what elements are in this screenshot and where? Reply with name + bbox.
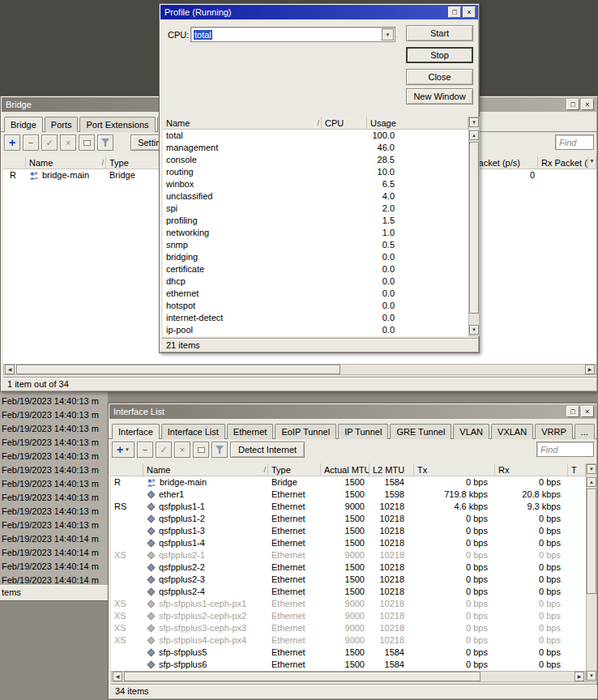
remove-button[interactable]: − (137, 442, 153, 458)
comment-button[interactable] (79, 134, 95, 151)
close-button[interactable]: Close (406, 69, 473, 85)
find-input[interactable] (536, 442, 594, 457)
column-chooser-button[interactable]: ▼ (588, 156, 596, 169)
column-header-tx[interactable]: Tx (414, 463, 495, 476)
profile-row[interactable]: routing 10.0 (163, 166, 468, 178)
interface-row[interactable]: qsfpplus1-4 Ethernet 1500 10218 0 bps 0 … (111, 537, 586, 549)
interface-row[interactable]: XS qsfpplus2-1 Ethernet 9000 10218 0 bps… (111, 549, 586, 561)
add-button[interactable]: + (4, 134, 20, 151)
column-chooser-button[interactable]: ▼ (469, 117, 479, 127)
tab[interactable]: Bridge (4, 117, 43, 132)
profile-row[interactable]: winbox 6.5 (163, 178, 468, 190)
close-button[interactable]: × (581, 406, 594, 417)
interface-row[interactable]: qsfpplus2-4 Ethernet 1500 10218 0 bps 0 … (111, 586, 586, 598)
column-header-name[interactable]: Name/ (163, 117, 322, 129)
scroll-down-button[interactable]: ▼ (587, 671, 596, 681)
profile-row[interactable]: profiling 1.5 (163, 215, 468, 227)
enable-button[interactable]: ✓ (156, 442, 172, 458)
maximize-button[interactable]: □ (448, 6, 461, 18)
tab[interactable]: Ports (45, 117, 79, 132)
cpu-combobox[interactable]: total ▼ (190, 27, 395, 42)
tab[interactable]: ... (575, 424, 595, 439)
scroll-left-button[interactable]: ◀ (113, 672, 122, 681)
close-button[interactable]: × (463, 6, 476, 18)
column-header-t[interactable]: T (568, 463, 586, 476)
column-header-l2-mtu[interactable]: L2 MTU (369, 463, 414, 476)
scrollbar-thumb[interactable] (587, 489, 596, 594)
horizontal-scrollbar[interactable]: ◀ ▶ (3, 364, 596, 375)
tab[interactable]: Port Extensions (79, 117, 155, 132)
tab[interactable]: EoIP Tunnel (275, 424, 336, 439)
tab[interactable]: IP Tunnel (338, 424, 388, 439)
interface-row[interactable]: R bridge-main Bridge 1500 1584 0 bps 0 b… (111, 476, 586, 489)
scrollbar-thumb[interactable] (469, 142, 479, 314)
interface-row[interactable]: qsfpplus1-3 Ethernet 1500 10218 0 bps 0 … (111, 525, 586, 537)
maximize-button[interactable]: □ (566, 406, 579, 417)
tab[interactable]: GRE Tunnel (390, 424, 451, 439)
maximize-button[interactable]: □ (566, 99, 579, 110)
remove-button[interactable]: − (23, 134, 39, 151)
profile-row[interactable]: dhcp 0.0 (163, 275, 468, 288)
interface-row[interactable]: XS sfp-sfpplus2-ceph-px2 Ethernet 9000 1… (111, 610, 586, 622)
disable-button[interactable]: × (60, 134, 76, 151)
scroll-down-button[interactable]: ▼ (469, 325, 479, 335)
enable-button[interactable]: ✓ (41, 134, 58, 151)
column-header-rx-packet[interactable]: Rx Packet (p/s) (538, 156, 588, 169)
horizontal-scrollbar[interactable]: ◀ ▶ (111, 671, 586, 682)
profile-row[interactable]: spi 2.0 (163, 203, 468, 215)
column-header-actual-mtu[interactable]: Actual MTU (321, 463, 369, 476)
start-button[interactable]: Start (406, 25, 473, 41)
interface-row[interactable]: XS sfp-sfpplus4-ceph-px4 Ethernet 9000 1… (111, 634, 586, 647)
column-chooser-button[interactable]: ▼ (587, 464, 596, 474)
tab[interactable]: VLAN (453, 424, 489, 439)
find-input[interactable] (555, 134, 594, 150)
profile-row[interactable]: internet-detect 0.0 (163, 312, 468, 324)
interface-row[interactable]: sfp-sfpplus5 Ethernet 1500 1584 0 bps 0 … (111, 647, 586, 659)
column-header-name[interactable]: Name/ (143, 463, 268, 476)
profile-titlebar[interactable]: Profile (Running) □ × (160, 5, 478, 19)
interface-row[interactable]: qsfpplus2-3 Ethernet 1500 10218 0 bps 0 … (111, 574, 586, 586)
tab[interactable]: VRRP (535, 424, 573, 439)
scrollbar-thumb[interactable] (16, 365, 340, 374)
column-header-usage[interactable]: Usage (367, 117, 468, 129)
scroll-up-button[interactable]: ▲ (587, 477, 596, 487)
interface-row[interactable]: qsfpplus2-2 Ethernet 1500 10218 0 bps 0 … (111, 561, 586, 574)
disable-button[interactable]: × (174, 442, 190, 458)
comment-button[interactable] (193, 442, 209, 458)
combo-dropdown-button[interactable]: ▼ (382, 28, 394, 41)
column-header-rx[interactable]: Rx (495, 463, 568, 476)
column-header-cpu[interactable]: CPU (322, 117, 367, 129)
scroll-up-button[interactable]: ▲ (469, 130, 479, 140)
scroll-right-button[interactable]: ▶ (585, 365, 595, 374)
detect-internet-button[interactable]: Detect Internet (230, 442, 305, 458)
close-button[interactable]: × (581, 99, 594, 110)
interface-row[interactable]: sfp-sfpplus6 Ethernet 1500 1584 0 bps 0 … (111, 659, 586, 671)
filter-button[interactable] (211, 442, 228, 458)
profile-row[interactable]: unclassified 4.0 (163, 190, 468, 203)
interface-row[interactable]: RS qsfpplus1-1 Ethernet 9000 10218 4.6 k… (111, 501, 586, 513)
column-header-type[interactable]: Type (268, 463, 321, 476)
vertical-scrollbar[interactable]: ▼ ▲ ▼ (468, 117, 480, 336)
filter-button[interactable] (97, 134, 113, 151)
profile-row[interactable]: total 100.0 (163, 130, 468, 142)
profile-row[interactable]: ethernet 0.0 (163, 288, 468, 300)
profile-row[interactable]: snmp 0.5 (163, 239, 468, 251)
stop-button[interactable]: Stop (406, 47, 473, 63)
vertical-scrollbar[interactable]: ▼ ▲ ▼ (586, 463, 597, 682)
scrollbar-thumb[interactable] (124, 672, 481, 681)
column-header-name[interactable]: Name/ (26, 156, 106, 169)
profile-row[interactable]: networking 1.0 (163, 227, 468, 239)
add-button[interactable]: +▼ (112, 442, 135, 458)
scroll-right-button[interactable]: ▶ (575, 672, 584, 681)
profile-row[interactable]: bridging 0.0 (163, 251, 468, 263)
profile-row[interactable]: management 46.0 (163, 142, 468, 154)
interface-row[interactable]: qsfpplus1-2 Ethernet 1500 10218 0 bps 0 … (111, 513, 586, 525)
tab[interactable]: Ethernet (227, 424, 274, 439)
scroll-left-button[interactable]: ◀ (5, 365, 15, 374)
column-header-flags[interactable] (111, 463, 143, 476)
tab[interactable]: Interface (112, 424, 160, 439)
tab[interactable]: VXLAN (491, 424, 533, 439)
profile-row[interactable]: certificate 0.0 (163, 263, 468, 275)
interface-row[interactable]: ether1 Ethernet 1500 1598 719.8 kbps 20.… (111, 489, 586, 501)
profile-row[interactable]: console 28.5 (163, 154, 468, 166)
